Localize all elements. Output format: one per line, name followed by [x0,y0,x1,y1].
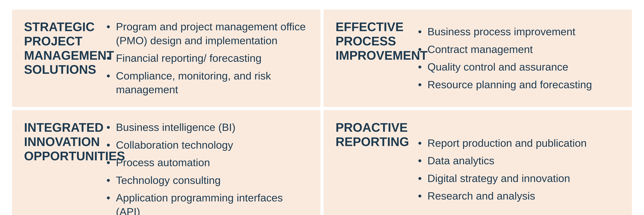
card-content-effective-process-improvement: Business process improvementContract man… [418,20,592,97]
bullet-item: Contract management [418,43,592,56]
card-integrated-innovation: INTEGRATED INNOVATION OPPORTUNITIESBusin… [12,110,320,215]
bullet-item: Financial reporting/ forecasting [106,51,308,65]
main-grid: STRATEGIC PROJECT MANAGEMENT SOLUTIONSPr… [8,6,636,209]
card-proactive-reporting: PROACTIVE REPORTINGReport production and… [324,110,632,215]
bullet-item: Resource planning and forecasting [418,78,592,92]
card-content-proactive-reporting: Report production and publicationData an… [418,120,587,215]
bullet-item: Program and project management office (P… [106,20,308,48]
bullet-item: Business process improvement [418,25,592,39]
bullet-item: Collaboration technology [106,138,308,152]
card-strategic-project-management: STRATEGIC PROJECT MANAGEMENT SOLUTIONSPr… [12,10,320,107]
bullet-list-proactive-reporting: Report production and publicationData an… [418,136,587,203]
bullet-item: Report production and publication [418,136,587,150]
card-effective-process-improvement: EFFECTIVE PROCESS IMPROVEMENTBusiness pr… [324,10,632,107]
bullet-item: Technology consulting [106,173,308,187]
card-content-integrated-innovation: Business intelligence (BI)Collaboration … [106,120,308,215]
bullet-item: Compliance, monitoring, and risk managem… [106,69,308,97]
bullet-item: Application programming interfaces (API) [106,191,308,215]
bullet-item: Process automation [106,156,308,170]
bullet-item: Data analytics [418,154,587,168]
card-title-proactive-reporting: PROACTIVE REPORTING [336,120,408,215]
bullet-list-integrated-innovation: Business intelligence (BI)Collaboration … [106,120,308,215]
bullet-item: Research and analysis [418,189,587,203]
bullet-item: Quality control and assurance [418,60,592,74]
card-title-effective-process-improvement: EFFECTIVE PROCESS IMPROVEMENT [336,20,408,97]
bullet-list-effective-process-improvement: Business process improvementContract man… [418,25,592,92]
card-title-strategic-project-management: STRATEGIC PROJECT MANAGEMENT SOLUTIONS [24,20,96,97]
bullet-item: Digital strategy and innovation [418,171,587,185]
card-content-strategic-project-management: Program and project management office (P… [106,20,308,97]
card-title-integrated-innovation: INTEGRATED INNOVATION OPPORTUNITIES [24,120,96,215]
bullet-item: Business intelligence (BI) [106,120,308,134]
bullet-list-strategic-project-management: Program and project management office (P… [106,20,308,97]
